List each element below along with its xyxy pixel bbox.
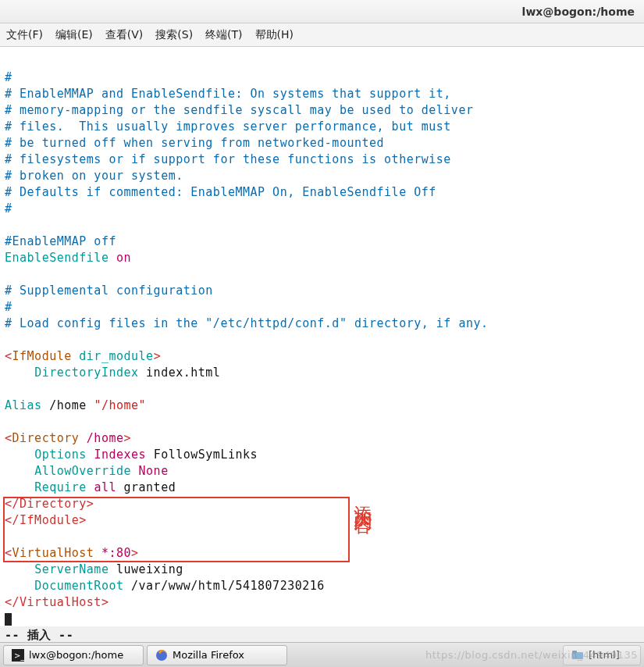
menu-terminal[interactable]: 终端(T) xyxy=(205,28,242,42)
window-title: lwx@bogon:/home xyxy=(522,5,635,18)
documentroot-line: DocumentRoot /var/www/html/541807230216 xyxy=(34,579,325,593)
enablemmap-line: #EnableMMAP off xyxy=(5,234,116,248)
ifmodule-close: </IfModule> xyxy=(5,513,87,527)
directory-close: </Directory> xyxy=(5,497,94,511)
vhost-close: </VirtualHost> xyxy=(5,595,109,609)
servername-line: ServerName luweixing xyxy=(34,562,183,576)
annotation-text: 添加内容 xyxy=(353,490,373,503)
allowoverride-line: AllowOverride None xyxy=(34,464,169,478)
svg-text:>_: >_ xyxy=(14,651,24,661)
comment-block: # # EnableMMAP and EnableSendfile: On sy… xyxy=(5,70,639,217)
supp-2: # xyxy=(5,300,12,314)
terminal-icon: >_ xyxy=(12,649,24,662)
menu-help[interactable]: 帮助(H) xyxy=(255,28,294,42)
menu-file[interactable]: 文件(F) xyxy=(6,28,43,42)
watermark: https://blog.csdn.net/weixin_44949135 xyxy=(425,649,638,661)
task-firefox[interactable]: Mozilla Firefox xyxy=(147,645,287,665)
window-titlebar: lwx@bogon:/home xyxy=(0,0,644,23)
task-terminal-label: lwx@bogon:/home xyxy=(29,649,123,661)
options-line: Options Indexes FollowSymLinks xyxy=(34,448,258,462)
require-line: Require all granted xyxy=(34,480,176,494)
supp-1: # Supplemental configuration xyxy=(5,284,213,298)
terminal-area[interactable]: # # EnableMMAP and EnableSendfile: On sy… xyxy=(0,47,644,626)
enablesendfile-line: EnableSendfile on xyxy=(5,251,131,265)
task-terminal[interactable]: >_ lwx@bogon:/home xyxy=(3,645,144,665)
supp-3: # Load config files in the "/etc/httpd/c… xyxy=(5,316,489,330)
menu-edit[interactable]: 编辑(E) xyxy=(55,28,93,42)
alias-line: Alias /home "/home" xyxy=(5,398,146,412)
vim-mode: -- 插入 -- xyxy=(5,628,73,642)
vhost-open: <VirtualHost *:80> xyxy=(5,546,139,560)
firefox-icon xyxy=(155,649,168,662)
ifmodule-open: <IfModule dir_module> xyxy=(5,349,161,363)
menubar: 文件(F) 编辑(E) 查看(V) 搜索(S) 终端(T) 帮助(H) xyxy=(0,23,644,47)
menu-search[interactable]: 搜索(S) xyxy=(155,28,193,42)
cursor xyxy=(5,613,12,626)
directoryindex-line: DirectoryIndex index.html xyxy=(34,366,220,380)
directory-open: <Directory /home> xyxy=(5,431,131,445)
task-firefox-label: Mozilla Firefox xyxy=(173,649,244,661)
menu-view[interactable]: 查看(V) xyxy=(105,28,144,42)
